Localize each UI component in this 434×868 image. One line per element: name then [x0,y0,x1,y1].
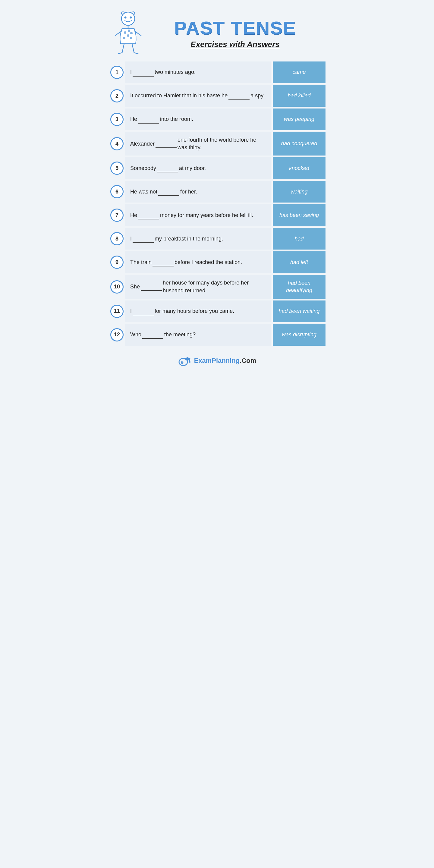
blank [158,188,179,196]
svg-text:e: e [181,360,184,365]
question-cell: I for many hours before you came. [125,301,271,322]
blank [138,211,159,219]
answer-cell: had killed [273,85,326,107]
exercise-row: 8I my breakfast in the morning.had [108,228,326,250]
num-circle: 11 [110,305,124,318]
svg-point-9 [130,32,133,34]
exercise-row: 4Alexander one-fourth of the world befor… [108,132,326,156]
page: PAST TENSE Exercises with Answers 1I two… [102,0,332,379]
main-title: PAST TENSE [148,19,322,37]
num-cell: 9 [108,251,125,273]
question-cell: Who the meeting? [125,324,271,346]
num-cell: 5 [108,157,125,179]
svg-line-17 [134,53,138,54]
num-circle: 12 [110,328,124,341]
footer: e ExamPlanning.Com [108,352,326,370]
question-cell: I my breakfast in the morning. [125,228,271,250]
exercise-row: 7He money for many years before he fell … [108,204,326,226]
num-cell: 3 [108,108,125,130]
num-circle: 6 [110,185,124,198]
num-circle: 5 [110,161,124,175]
svg-line-16 [118,53,122,54]
num-circle: 8 [110,232,124,245]
blank [157,164,178,173]
question-cell: He was not for her. [125,181,271,203]
question-cell: I two minutes ago. [125,61,271,83]
footer-logo-icon: e [178,355,192,367]
num-circle: 9 [110,255,124,269]
svg-point-10 [123,37,125,39]
blank [142,331,163,339]
exercise-row: 2It occurred to Hamlet that in his haste… [108,85,326,107]
exercise-row: 9The train before I reached the station.… [108,251,326,273]
svg-line-15 [132,44,134,53]
answer-cell: was disrupting [273,324,326,346]
question-cell: It occurred to Hamlet that in his haste … [125,85,271,107]
svg-point-7 [128,30,130,32]
num-cell: 7 [108,204,125,226]
svg-point-22 [189,361,190,363]
num-circle: 1 [110,66,124,79]
blank [133,68,154,76]
svg-point-8 [127,34,129,37]
num-cell: 8 [108,228,125,250]
exercise-row: 10She her house for many days before her… [108,275,326,299]
svg-point-2 [121,12,135,25]
exercise-row: 11I for many hours before you came.had b… [108,301,326,322]
answer-cell: had been beautifying [273,275,326,299]
question-cell: She her house for many days before her h… [125,275,271,299]
num-cell: 2 [108,85,125,107]
num-circle: 7 [110,209,124,222]
answer-cell: had been waiting [273,301,326,322]
question-cell: The train before I reached the station. [125,251,271,273]
answer-cell: came [273,61,326,83]
blank [153,258,174,267]
answer-cell: had left [273,251,326,273]
exercise-row: 6He was not for her.waiting [108,181,326,203]
blank [228,92,250,100]
num-cell: 10 [108,275,125,299]
exercise-row: 3He into the room.was peeping [108,108,326,130]
answer-cell: was peeping [273,108,326,130]
answer-cell: has been saving [273,204,326,226]
svg-point-3 [124,17,127,19]
svg-line-14 [122,44,124,53]
stick-figure-image [112,9,148,59]
num-circle: 3 [110,113,124,126]
exercise-row: 5Somebody at my door.knocked [108,157,326,179]
subtitle: Exercises with Answers [148,40,322,49]
num-cell: 4 [108,132,125,156]
footer-brand-suffix: .Com [240,357,256,364]
svg-point-4 [130,17,132,19]
blank [138,115,159,123]
question-cell: He money for many years before he fell i… [125,204,271,226]
footer-brand-highlight: ExamPlanning [194,357,240,364]
num-circle: 2 [110,89,124,102]
answer-cell: had conquered [273,132,326,156]
blank [141,283,162,291]
answer-cell: waiting [273,181,326,203]
svg-point-6 [124,31,126,34]
blank [133,307,154,315]
title-area: PAST TENSE Exercises with Answers [148,19,322,49]
question-cell: Alexander one-fourth of the world before… [125,132,271,156]
num-cell: 11 [108,301,125,322]
blank [133,235,154,243]
num-cell: 6 [108,181,125,203]
exercise-row: 12Who the meeting?was disrupting [108,324,326,346]
question-cell: Somebody at my door. [125,157,271,179]
exercises-container: 1I two minutes ago.came2It occurred to H… [108,61,326,346]
answer-cell: knocked [273,157,326,179]
svg-point-11 [130,37,132,39]
exercise-row: 1I two minutes ago.came [108,61,326,83]
answer-cell: had [273,228,326,250]
footer-brand: ExamPlanning.Com [194,357,256,365]
num-cell: 1 [108,61,125,83]
header: PAST TENSE Exercises with Answers [108,6,326,59]
num-cell: 12 [108,324,125,346]
question-cell: He into the room. [125,108,271,130]
blank [156,140,177,148]
num-circle: 4 [110,137,124,150]
num-circle: 10 [110,280,124,293]
